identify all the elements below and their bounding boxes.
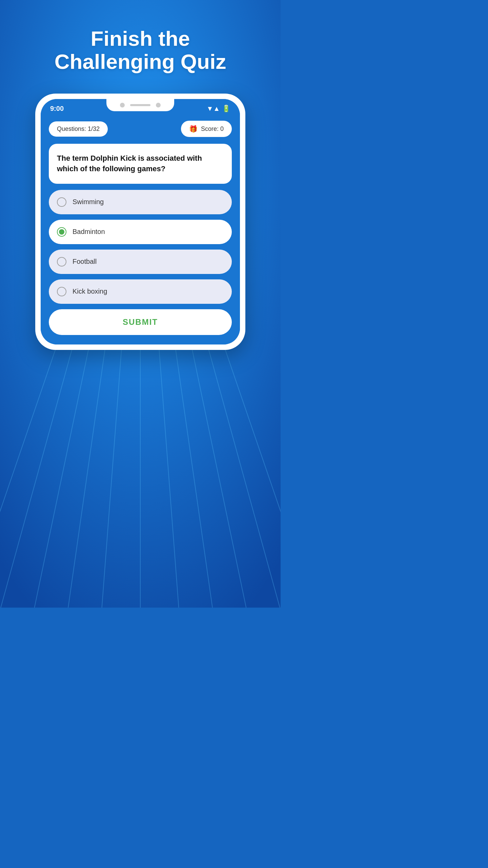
radio-badminton[interactable] <box>57 227 66 237</box>
answer-option-4[interactable]: Kick boxing <box>49 279 232 304</box>
page-title: Finish the Challenging Quiz <box>34 27 246 73</box>
battery-icon: 🔋 <box>222 104 230 113</box>
sensor-icon <box>156 103 161 107</box>
answer-label-1: Swimming <box>73 198 104 206</box>
submit-button[interactable]: SUBMIT <box>49 309 232 335</box>
answer-label-3: Football <box>73 258 97 265</box>
notch <box>106 99 174 111</box>
question-card: The term Dolphin Kick is associated with… <box>49 144 232 184</box>
score-badge: 🎁 Score: 0 <box>181 121 232 137</box>
answer-option-3[interactable]: Football <box>49 250 232 274</box>
radio-swimming[interactable] <box>57 197 66 207</box>
status-bar: 9:00 ▼▲ 🔋 <box>41 99 240 115</box>
submit-label: SUBMIT <box>123 317 158 327</box>
phone-content: Questions: 1/32 🎁 Score: 0 The term Dolp… <box>41 115 240 344</box>
answer-option-1[interactable]: Swimming <box>49 190 232 214</box>
score-icon: 🎁 <box>189 125 198 133</box>
answer-option-2[interactable]: Badminton <box>49 220 232 244</box>
speaker-icon <box>130 104 150 106</box>
wifi-icon: ▼▲ <box>206 105 220 113</box>
status-time: 9:00 <box>50 105 64 113</box>
questions-counter: Questions: 1/32 <box>49 121 108 137</box>
radio-kickboxing[interactable] <box>57 287 66 296</box>
answer-label-2: Badminton <box>73 228 105 236</box>
radio-football[interactable] <box>57 257 66 267</box>
quiz-header: Questions: 1/32 🎁 Score: 0 <box>49 121 232 137</box>
answer-label-4: Kick boxing <box>73 288 107 295</box>
phone-mockup: 9:00 ▼▲ 🔋 Questions: 1/32 <box>35 94 245 350</box>
status-icons: ▼▲ 🔋 <box>206 104 230 113</box>
question-text: The term Dolphin Kick is associated with… <box>57 153 224 174</box>
camera-icon <box>120 103 125 107</box>
